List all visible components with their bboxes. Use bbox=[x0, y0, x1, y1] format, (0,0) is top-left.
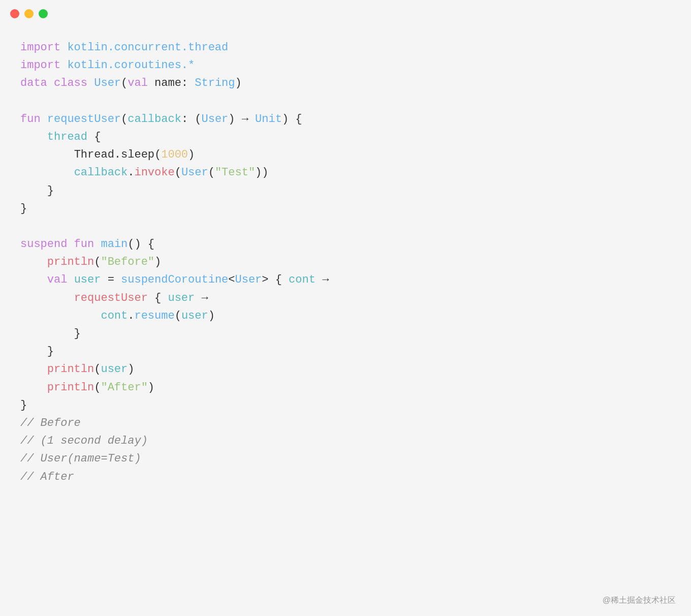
line-close4: } bbox=[20, 343, 671, 360]
line-thread: thread { bbox=[20, 128, 671, 146]
line-comment2: // (1 second delay) bbox=[20, 432, 671, 450]
close-button[interactable] bbox=[10, 9, 19, 18]
line-comment4: // After bbox=[20, 468, 671, 486]
empty-line-1 bbox=[20, 93, 671, 110]
line-close2: } bbox=[20, 200, 671, 218]
code-area: import kotlin.concurrent.thread import k… bbox=[0, 23, 691, 516]
line-cont-resume: cont.resume(user) bbox=[20, 307, 671, 325]
line-println-after: println("After") bbox=[20, 379, 671, 396]
window: import kotlin.concurrent.thread import k… bbox=[0, 0, 691, 616]
line-req-user: requestUser { user → bbox=[20, 289, 671, 307]
line-println-user: println(user) bbox=[20, 360, 671, 378]
line-invoke: callback.invoke(User("Test")) bbox=[20, 164, 671, 181]
watermark: @稀土掘金技术社区 bbox=[603, 595, 676, 606]
line-sleep: Thread.sleep(1000) bbox=[20, 146, 671, 164]
line-import1: import kotlin.concurrent.thread bbox=[20, 39, 671, 56]
line-val-user: val user = suspendCoroutine<User> { cont… bbox=[20, 271, 671, 289]
line-fun-req: fun requestUser(callback: (User) → Unit)… bbox=[20, 110, 671, 128]
line-comment1: // Before bbox=[20, 414, 671, 432]
line-import2: import kotlin.coroutines.* bbox=[20, 56, 671, 74]
line-suspend-main: suspend fun main() { bbox=[20, 235, 671, 253]
line-close3: } bbox=[20, 325, 671, 343]
minimize-button[interactable] bbox=[24, 9, 34, 18]
maximize-button[interactable] bbox=[39, 9, 48, 18]
line-data-class: data class User(val name: String) bbox=[20, 74, 671, 92]
empty-line-2 bbox=[20, 218, 671, 235]
line-close5: } bbox=[20, 396, 671, 414]
line-comment3: // User(name=Test) bbox=[20, 450, 671, 468]
line-println-before: println("Before") bbox=[20, 253, 671, 271]
title-bar bbox=[0, 0, 691, 23]
line-close1: } bbox=[20, 182, 671, 200]
